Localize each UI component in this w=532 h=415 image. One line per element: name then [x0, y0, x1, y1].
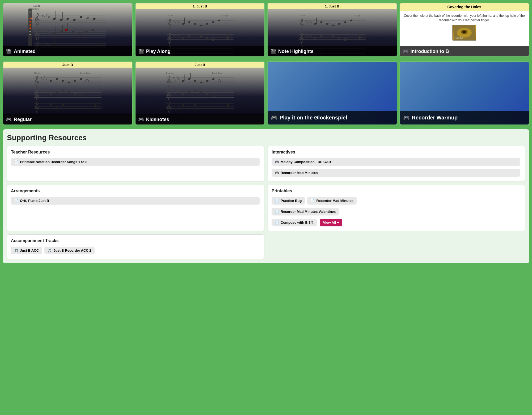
- teacher-resources-section: Teacher Resources 📄 Printable Notation R…: [7, 146, 264, 181]
- arrangements-section: Arrangements 📄 Orff, Piano Just B: [7, 185, 264, 231]
- card-note-highlights[interactable]: 1. Just B Ctb 3:29 D. Gugat 𝄞 # # # #: [267, 3, 397, 57]
- svg-point-79: [200, 24, 202, 27]
- svg-point-222: [181, 80, 184, 82]
- pdf-icon-val: 📄: [275, 210, 279, 214]
- svg-text:#: #: [175, 92, 176, 94]
- svg-point-245: [206, 93, 209, 95]
- svg-text:#: #: [173, 20, 175, 23]
- svg-point-26: [79, 16, 83, 18]
- svg-text:#: #: [173, 77, 174, 80]
- card-label-recorder-warmup: 🎮 Recorder Warmup: [400, 111, 529, 124]
- svg-point-224: [188, 78, 191, 80]
- resource-compose-b[interactable]: 📄 Compose with B 3/4: [272, 219, 317, 226]
- svg-text:#: #: [178, 91, 179, 94]
- svg-text:#: #: [175, 21, 176, 24]
- svg-point-43: [65, 28, 68, 31]
- pdf-icon-rmm: 📄: [310, 199, 315, 203]
- svg-rect-2: [28, 9, 32, 46]
- svg-text:#: #: [176, 19, 178, 22]
- pdf-icon-orff: 📄: [14, 199, 18, 203]
- resource-recorder-mad-minutes-interactive[interactable]: 🎮 Recorder Mad Minutes: [272, 169, 520, 177]
- svg-point-243: [194, 89, 197, 92]
- svg-point-226: [194, 80, 197, 82]
- resource-just-b-recorder-acc2[interactable]: 🎵 Just B Recorder ACC 2: [44, 247, 95, 254]
- svg-point-140: [314, 36, 317, 39]
- svg-point-45: [71, 30, 75, 33]
- svg-text:#: #: [178, 21, 180, 24]
- svg-point-197: [74, 93, 77, 95]
- svg-point-6: [29, 24, 31, 26]
- resource-orff-piano[interactable]: 📄 Orff, Piano Just B: [11, 197, 260, 205]
- svg-point-257: [194, 104, 197, 106]
- gamepad-icon-melody: 🎮: [275, 160, 279, 164]
- svg-text:#: #: [310, 35, 312, 38]
- sheet-title-kidsnotes: Just B: [136, 62, 265, 68]
- svg-text:#: #: [42, 92, 44, 94]
- card-kidsnotes[interactable]: Just B 2 bar intro Dennis Gugat 𝄞 # # # …: [135, 61, 265, 125]
- svg-text:#: #: [307, 21, 309, 24]
- svg-text:𝄞: 𝄞: [166, 76, 172, 87]
- svg-text:𝄞: 𝄞: [34, 13, 40, 26]
- svg-text:#: #: [44, 30, 46, 34]
- resource-melody-composition[interactable]: 🎮 Melody Composition - DE GAB: [272, 158, 520, 166]
- svg-rect-3: [29, 11, 32, 13]
- svg-point-96: [200, 35, 202, 37]
- sheet-title-play-along: 1. Just B: [136, 3, 265, 9]
- svg-text:1. Just B: 1. Just B: [31, 5, 40, 7]
- svg-point-94: [188, 35, 191, 37]
- svg-text:Ctb 3:29: Ctb 3:29: [166, 15, 173, 16]
- music-icon-acc1: 🎵: [14, 248, 18, 252]
- card-animated[interactable]: 1. Just B 2 bar intro Right 𝄞: [3, 3, 133, 57]
- resource-recorder-mad-min-print[interactable]: 📄 Recorder Mad Minutes: [307, 197, 356, 205]
- svg-point-207: [49, 104, 52, 106]
- svg-text:#: #: [309, 33, 310, 36]
- svg-text:#: #: [42, 14, 44, 18]
- resource-printable-notation[interactable]: 📄 Printable Notation Recorder Songs 1 to…: [11, 158, 260, 166]
- printables-row1: 📄 Practice Bug 📄 Recorder Mad Minutes: [272, 196, 521, 205]
- gamepad-icon-warmup: 🎮: [403, 114, 410, 121]
- svg-point-59: [99, 43, 101, 45]
- svg-text:#: #: [310, 21, 312, 24]
- view-all-button[interactable]: View All +: [320, 219, 342, 226]
- card-play-along[interactable]: 1. Just B Ctb 3:29 D. Gugat 𝄞 # # # #: [135, 3, 265, 57]
- svg-point-22: [60, 19, 63, 21]
- resource-recorder-valentines[interactable]: 📄 Recorder Mad Minutes Valentines: [272, 208, 339, 215]
- svg-point-81: [212, 21, 214, 23]
- card-recorder-warmup[interactable]: 🎮 Recorder Warmup: [399, 61, 530, 125]
- resource-just-b-acc[interactable]: 🎵 Just B ACC: [11, 247, 42, 254]
- svg-text:#: #: [176, 76, 178, 79]
- svg-text:recorder: recorder: [455, 37, 463, 39]
- svg-text:#: #: [46, 14, 48, 17]
- card-intro-b[interactable]: Covering the Holes Cover the hole at the…: [399, 3, 530, 57]
- svg-point-77: [188, 21, 191, 23]
- svg-point-100: [226, 36, 229, 39]
- svg-point-209: [61, 104, 64, 106]
- svg-point-122: [314, 23, 317, 25]
- svg-text:𝄞: 𝄞: [34, 76, 39, 87]
- svg-text:𝄞: 𝄞: [166, 33, 172, 44]
- svg-point-126: [332, 24, 335, 27]
- card-glockenspiel[interactable]: 🎮 Play it on the Glockenspiel: [267, 61, 397, 125]
- printables-section: Printables 📄 Practice Bug 📄 Recorder Mad…: [268, 185, 525, 231]
- svg-point-206: [94, 105, 97, 108]
- card-regular[interactable]: Just B 2 bar intro Dennis Gugat 𝄞 # # # …: [3, 61, 133, 125]
- svg-point-194: [55, 91, 58, 94]
- svg-text:D. Gugat: D. Gugat: [354, 15, 360, 17]
- svg-point-48: [91, 28, 95, 31]
- svg-text:#: #: [46, 28, 48, 32]
- gamepad-icon-mad: 🎮: [275, 171, 279, 175]
- svg-point-142: [326, 33, 329, 36]
- accompaniment-tracks-title: Accompaniment Tracks: [11, 238, 260, 243]
- svg-point-174: [49, 80, 52, 82]
- resource-practice-bug[interactable]: 📄 Practice Bug: [272, 197, 305, 205]
- svg-text:#: #: [44, 90, 46, 93]
- svg-point-82: [218, 19, 221, 22]
- svg-text:𝄞: 𝄞: [34, 101, 39, 113]
- pdf-icon-compose: 📄: [275, 221, 279, 225]
- card-label-intro-b: 🎮 Introduction to B: [400, 46, 529, 56]
- svg-text:#: #: [173, 34, 175, 37]
- svg-point-124: [320, 21, 323, 23]
- music-icon-acc2: 🎵: [48, 248, 52, 252]
- svg-point-242: [188, 91, 191, 94]
- svg-text:#: #: [44, 76, 46, 79]
